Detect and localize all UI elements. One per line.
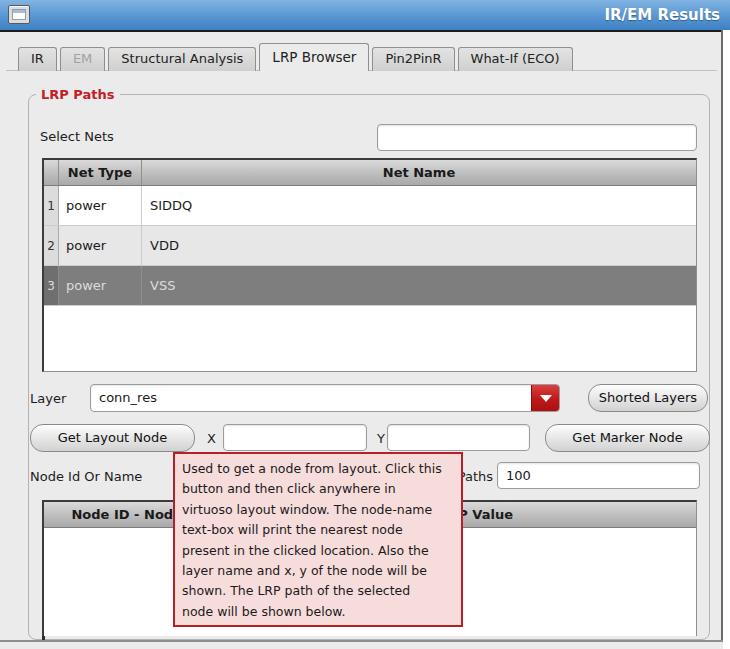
net-name-cell: VDD [142, 226, 696, 265]
shorted-layers-button[interactable]: Shorted Layers [588, 384, 708, 412]
tab-lrp-browser[interactable]: LRP Browser [259, 43, 369, 71]
net-type-cell: power [59, 186, 142, 225]
net-name-cell: VSS [142, 266, 696, 305]
num-paths-input[interactable] [497, 462, 700, 489]
lrp-paths-group-title: LRP Paths [36, 87, 120, 102]
desktop-background [723, 30, 730, 649]
node-id-label: Node Id Or Name [30, 469, 142, 484]
layer-combobox-value: conn_res [99, 385, 157, 411]
y-label: Y [377, 431, 385, 446]
tab-what-if-eco[interactable]: What-If (ECO) [458, 47, 573, 71]
ir-em-results-window: IR/EM Results IREMStructural AnalysisLRP… [0, 0, 730, 649]
get-layout-node-tooltip: Used to get a node from layout. Click th… [173, 452, 463, 627]
window-menu-icon[interactable] [8, 5, 30, 24]
net-table-row[interactable]: 3powerVSS [44, 266, 696, 306]
nets-table-header: Net Type Net Name [44, 160, 696, 186]
row-number: 3 [44, 266, 59, 305]
tab-bar: IREMStructural AnalysisLRP BrowserPin2Pi… [18, 43, 573, 71]
net-name-cell: SIDDQ [142, 186, 696, 225]
window-bottom-margin [0, 642, 723, 649]
net-table-row[interactable]: 2powerVDD [44, 226, 696, 266]
x-label: X [207, 431, 216, 446]
tab-structural-analysis[interactable]: Structural Analysis [108, 47, 256, 71]
row-number: 2 [44, 226, 59, 265]
layer-label: Layer [30, 391, 66, 406]
row-number: 1 [44, 186, 59, 225]
x-input[interactable] [223, 424, 367, 451]
select-nets-label: Select Nets [40, 129, 114, 144]
tab-ir[interactable]: IR [18, 47, 57, 71]
layer-dropdown-button[interactable] [531, 385, 559, 411]
layer-combobox[interactable]: conn_res [90, 384, 560, 412]
get-layout-node-button[interactable]: Get Layout Node [30, 424, 195, 452]
net-type-column-header[interactable]: Net Type [59, 160, 142, 185]
net-type-cell: power [59, 266, 142, 305]
net-type-cell: power [59, 226, 142, 265]
get-marker-node-button[interactable]: Get Marker Node [545, 424, 710, 452]
nets-table-body: 1powerSIDDQ2powerVDD3powerVSS [44, 186, 696, 306]
chevron-down-icon [540, 395, 552, 402]
titlebar[interactable]: IR/EM Results [0, 0, 730, 30]
tab-pin2pinr[interactable]: Pin2PinR [372, 47, 454, 71]
select-nets-input[interactable] [377, 124, 697, 151]
y-input[interactable] [387, 424, 530, 451]
window-title: IR/EM Results [604, 5, 720, 25]
net-table-row[interactable]: 1powerSIDDQ [44, 186, 696, 226]
net-name-column-header[interactable]: Net Name [142, 160, 696, 185]
nets-table: Net Type Net Name 1powerSIDDQ2powerVDD3p… [42, 158, 697, 372]
tab-em[interactable]: EM [60, 47, 105, 71]
row-number-header [44, 160, 59, 185]
